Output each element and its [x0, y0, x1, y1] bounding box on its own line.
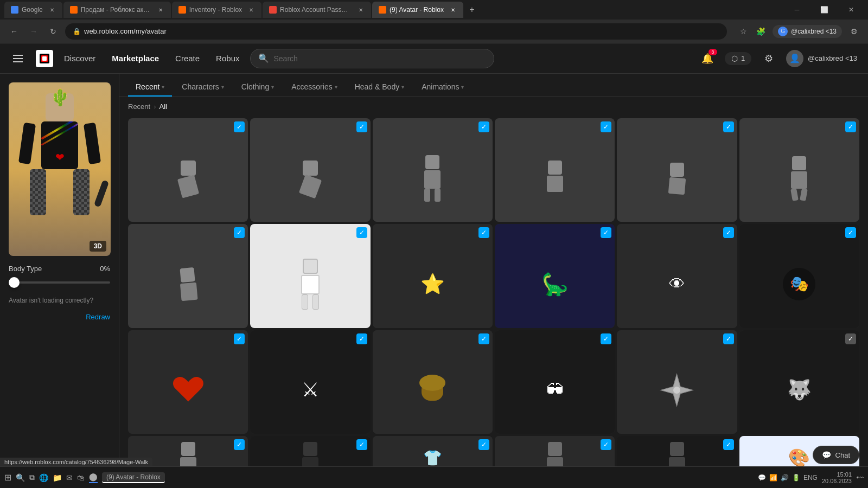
tab-prodayu[interactable]: Продам - Роблокс аккаунт с дон... ✕	[63, 2, 171, 18]
avatar-error-text: Avatar isn't loading correctly?	[9, 297, 110, 304]
taskbar-roblox-active[interactable]: (9) Avatar - Roblox	[102, 472, 165, 483]
shirt-icon: 👕	[423, 449, 442, 467]
roblox-logo[interactable]	[36, 50, 53, 67]
tab-bar: Google ✕ Продам - Роблокс аккаунт с дон.…	[0, 0, 868, 20]
search-bar[interactable]: 🔍	[250, 49, 494, 68]
tab-accessories-arrow: ▾	[335, 84, 337, 90]
close-window-button[interactable]: ✕	[839, 2, 864, 18]
item-check-anime-darkness: ✓	[356, 333, 367, 344]
tab-avatar[interactable]: (9) Avatar - Roblox ✕	[372, 2, 463, 18]
item-card-mage-fall[interactable]: ✓ Mage Fall	[617, 118, 737, 222]
item-img-mage-idle: ✓	[373, 118, 493, 222]
tab-close-avatar[interactable]: ✕	[449, 6, 457, 14]
profile-name-chip: @calixbred <13	[791, 28, 837, 35]
item-card-red-heart[interactable]: ✓ Red Heart Sticker ❤	[128, 330, 248, 434]
tab-close-inventory[interactable]: ✕	[247, 6, 255, 14]
tab-close-password-reset[interactable]: ✕	[357, 6, 365, 14]
robux-link[interactable]: Robux	[216, 54, 239, 63]
slider-thumb[interactable]	[9, 277, 20, 288]
tab-label-inventory: Inventory - Roblox	[189, 6, 242, 14]
item-card-blonde-hair[interactable]: ✓ Blonde Messy Wavy Hair	[373, 330, 493, 434]
item-card-big-dog[interactable]: 🐺 ✓ The Big Dog	[739, 330, 859, 434]
taskbar-task-view[interactable]: ⧉	[29, 473, 35, 482]
refresh-button[interactable]: ↻	[46, 24, 61, 39]
tab-close-prodayu[interactable]: ✕	[157, 6, 164, 14]
item-card-mage-run[interactable]: ✓ Mage Run	[128, 224, 248, 328]
taskbar-mail[interactable]: ✉	[66, 473, 73, 482]
item-card-stylist-shades[interactable]: 🕶 ✓ Stylist Shades	[495, 330, 615, 434]
taskbar-network-icon[interactable]: 📶	[769, 474, 777, 481]
tab-password-reset[interactable]: Roblox Account Password Reset ... ✕	[263, 2, 371, 18]
item-img-blonde-hair: ✓	[373, 330, 493, 434]
taskbar-volume-icon[interactable]: 🔊	[781, 474, 789, 481]
profile-chip[interactable]: G @calixbred <13	[773, 25, 842, 38]
extensions-button[interactable]: 🧩	[753, 24, 768, 39]
nav-links: Discover Marketplace Create Robux	[64, 54, 239, 63]
taskbar-search[interactable]: 🔍	[16, 473, 25, 482]
new-tab-button[interactable]: +	[464, 2, 480, 17]
item-card-anime-darkness[interactable]: ⚔ ✓ Anime Darkness	[250, 330, 370, 434]
item-img-mage-fall: ✓	[617, 118, 737, 222]
item-card-silver-ninja[interactable]: ✓ Silver Ninja Star of the	[617, 330, 737, 434]
shades-icon: 🕶	[546, 380, 564, 400]
forward-button[interactable]: →	[26, 24, 41, 39]
item-card-mimic[interactable]: 👁 ✓ LIMITED U Mimic	[617, 224, 737, 328]
tab-inventory[interactable]: Inventory - Roblox ✕	[172, 2, 261, 18]
marketplace-link[interactable]: Marketplace	[112, 54, 159, 63]
item-card-mage-climb[interactable]: ✓ Mage Climb	[128, 118, 248, 222]
create-link[interactable]: Create	[175, 54, 200, 63]
breadcrumb-recent[interactable]: Recent	[128, 102, 150, 111]
taskbar-battery-icon[interactable]: 🔋	[792, 474, 800, 481]
discover-link[interactable]: Discover	[64, 54, 95, 63]
item-card-scar-bandit[interactable]: 🎭 ✓ LIMITED Scar Bandit	[739, 224, 859, 328]
breadcrumb-separator: ›	[154, 102, 156, 111]
redraw-button[interactable]: Redraw	[9, 313, 110, 321]
item-card-mage-walk[interactable]: ✓ Mage Walk	[739, 118, 859, 222]
minimize-button[interactable]: ─	[784, 2, 809, 18]
item-card-mage-jump[interactable]: ✓ Mage Jump	[495, 118, 615, 222]
robux-button[interactable]: ⬡ 1	[725, 52, 751, 65]
tab-animations[interactable]: Animations ▾	[414, 78, 471, 97]
item-card-mage-idle[interactable]: ✓ Mage Idle	[373, 118, 493, 222]
search-input[interactable]	[273, 54, 486, 63]
tab-close-google[interactable]: ✕	[48, 6, 56, 14]
tab-clothing[interactable]: Clothing ▾	[234, 78, 282, 97]
avatar-leg-left	[30, 169, 46, 215]
body-type-slider[interactable]	[9, 277, 110, 288]
hamburger-menu[interactable]	[11, 53, 25, 65]
user-menu[interactable]: 👤 @calixbred <13	[786, 50, 857, 67]
tab-characters[interactable]: Characters ▾	[174, 78, 231, 97]
item-card-mage-swim[interactable]: ✓ Mage Swim	[250, 118, 370, 222]
taskbar-start[interactable]: ⊞	[4, 472, 11, 483]
item-card-cosmic-wanderer[interactable]: 🦕 ✓ LIMITED Cosmic Wanderer Blui	[495, 224, 615, 328]
taskbar: ⊞ 🔍 ⧉ 🌐 📁 ✉ 🛍 ⬤ (9) Avatar - Roblox 💬 📶 …	[0, 466, 868, 488]
taskbar-chat-icon[interactable]: 💬	[758, 474, 766, 481]
back-button[interactable]: ←	[7, 24, 22, 39]
taskbar-notification-area[interactable]: ⬳	[856, 473, 864, 482]
char-placeholder	[302, 160, 319, 196]
hamburger-line	[13, 58, 23, 59]
browser-actions: ☆ 🧩	[736, 24, 768, 39]
taskbar-chrome[interactable]: ⬤	[89, 472, 98, 483]
settings-icon-browser[interactable]: ⚙	[846, 24, 861, 39]
url-box[interactable]: 🔒 web.roblox.com/my/avatar	[65, 23, 727, 40]
tab-google[interactable]: Google ✕	[4, 2, 62, 18]
star-button[interactable]: ☆	[736, 24, 751, 39]
chat-button[interactable]: 💬 Chat	[813, 446, 859, 464]
tab-label-password-reset: Roblox Account Password Reset ...	[280, 6, 352, 14]
item-card-toy-idle[interactable]: ✓ Toy Idle	[250, 224, 370, 328]
taskbar-file-explorer[interactable]: 📁	[53, 473, 62, 482]
tab-recent[interactable]: Recent ▾	[128, 78, 172, 97]
item-check-stylist-shades: ✓	[601, 333, 611, 344]
item-card-catalog-avatar[interactable]: ⭐ ✓ LIMITED Catalog Avatar	[373, 224, 493, 328]
taskbar-store[interactable]: 🛍	[77, 473, 85, 482]
notifications-button[interactable]: 🔔 3	[699, 50, 716, 67]
tab-head-body[interactable]: Head & Body ▾	[347, 78, 412, 97]
avatar-leg-right	[73, 169, 90, 215]
restore-button[interactable]: ⬜	[812, 2, 837, 18]
settings-button[interactable]: ⚙	[760, 50, 777, 67]
item-img-big-dog: 🐺 ✓	[739, 330, 859, 434]
taskbar-edge[interactable]: 🌐	[39, 473, 48, 482]
roblox-logo-svg	[38, 52, 51, 65]
tab-accessories[interactable]: Accessories ▾	[284, 78, 344, 97]
